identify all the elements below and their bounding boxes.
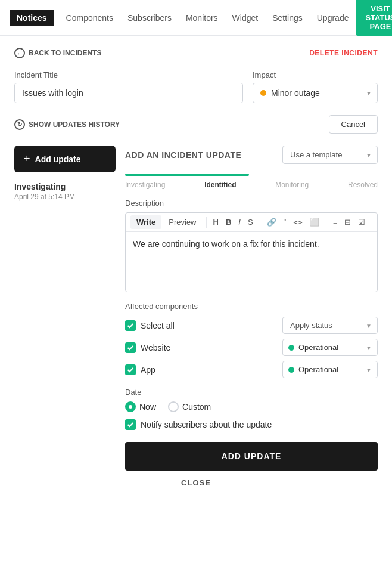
apply-status-wrapper: Apply status ▼ <box>282 317 378 334</box>
preview-tab[interactable]: Preview <box>163 215 202 229</box>
editor-wrapper: Write Preview H B I S 🔗 " <> ⬜ ≡ <box>125 212 378 292</box>
date-radio-row: Now Custom <box>125 401 378 412</box>
status-tabs: Investigating Identified Monitoring Reso… <box>125 174 378 189</box>
notify-checkmark-icon <box>127 421 134 428</box>
back-arrow-icon: ← <box>14 48 25 58</box>
app-status-select[interactable]: Operational <box>282 361 378 378</box>
close-row: CLOSE <box>14 471 378 494</box>
custom-label: Custom <box>182 402 211 412</box>
impact-select-wrapper: Minor outage ▼ <box>253 83 378 103</box>
progress-bar <box>125 174 249 176</box>
toolbar-task-btn[interactable]: ☑ <box>355 216 368 228</box>
app-component-row: App Operational ▼ <box>125 361 378 378</box>
left-panel: + Add update Investigating April 29 at 5… <box>14 146 116 471</box>
toolbar-divider-3 <box>326 217 326 228</box>
description-label: Description <box>125 199 378 208</box>
toolbar-divider <box>206 217 207 228</box>
plus-icon: + <box>24 153 30 165</box>
website-label: Website <box>141 343 170 352</box>
impact-select[interactable]: Minor outage <box>253 83 378 103</box>
history-icon: ↻ <box>14 119 25 130</box>
cancel-button[interactable]: Cancel <box>329 115 378 134</box>
nav-link-settings[interactable]: Settings <box>265 0 310 36</box>
date-section: Date Now Custom <box>125 388 378 412</box>
select-all-checkbox[interactable] <box>125 320 136 331</box>
write-tab[interactable]: Write <box>130 215 161 229</box>
update-entry: Investigating April 29 at 5:14 PM <box>14 182 116 201</box>
select-all-label: Select all <box>141 321 175 330</box>
now-radio-button[interactable] <box>125 401 136 412</box>
tabs-row: Investigating Identified Monitoring Reso… <box>125 181 378 189</box>
radio-now[interactable]: Now <box>125 401 156 412</box>
impact-label: Impact <box>253 70 378 79</box>
tab-resolved[interactable]: Resolved <box>348 181 378 189</box>
description-section: Description Write Preview H B I S 🔗 " <> <box>125 199 378 292</box>
add-update-submit-button[interactable]: ADD UPDATE <box>125 442 378 471</box>
nav-link-subscribers[interactable]: Subscribers <box>120 0 179 36</box>
toolbar-italic-btn[interactable]: I <box>235 216 244 228</box>
nav-brand[interactable]: Notices <box>10 10 54 26</box>
website-component-row: Website Operational ▼ <box>125 339 378 356</box>
apply-status-select[interactable]: Apply status <box>282 317 378 334</box>
back-to-incidents-button[interactable]: ← BACK TO INCIDENTS <box>14 48 101 58</box>
toolbar-bold-btn[interactable]: B <box>223 216 234 228</box>
toolbar-link-btn[interactable]: 🔗 <box>264 216 279 228</box>
website-checkmark-icon <box>127 344 134 351</box>
app-checkbox[interactable] <box>125 364 136 375</box>
nav-link-widget[interactable]: Widget <box>225 0 266 36</box>
website-status-select[interactable]: Operational <box>282 339 378 356</box>
template-select[interactable]: Use a template <box>282 146 378 164</box>
affected-components-section: Affected components Select all Apply sta… <box>125 302 378 378</box>
tab-investigating[interactable]: Investigating <box>125 181 165 189</box>
website-left: Website <box>125 342 170 353</box>
custom-radio-button[interactable] <box>168 401 179 412</box>
tab-identified[interactable]: Identified <box>204 181 236 189</box>
nav-link-upgrade[interactable]: Upgrade <box>310 0 356 36</box>
impact-field: Impact Minor outage ▼ <box>253 70 378 103</box>
template-select-wrapper: Use a template ▼ <box>282 146 378 164</box>
back-label: BACK TO INCIDENTS <box>29 49 101 57</box>
notify-row: Notify subscribers about the update <box>125 419 378 430</box>
date-label: Date <box>125 388 378 397</box>
history-label: SHOW UPDATES HISTORY <box>29 120 120 129</box>
select-all-row: Select all Apply status ▼ <box>125 317 378 334</box>
right-header: ADD AN INCIDENT UPDATE Use a template ▼ <box>125 146 378 164</box>
toolbar-image-btn[interactable]: ⬜ <box>307 216 322 228</box>
update-date: April 29 at 5:14 PM <box>14 193 116 201</box>
notify-checkbox[interactable] <box>125 419 136 430</box>
history-row: ↻ SHOW UPDATES HISTORY Cancel <box>14 115 378 134</box>
app-label: App <box>141 365 155 375</box>
toolbar-strikethrough-btn[interactable]: S <box>245 216 256 228</box>
toolbar-code-btn[interactable]: <> <box>290 216 306 228</box>
main-content: ← BACK TO INCIDENTS DELETE INCIDENT Inci… <box>0 36 392 506</box>
toolbar-ul-btn[interactable]: ≡ <box>330 216 341 228</box>
website-checkbox[interactable] <box>125 342 136 353</box>
radio-custom[interactable]: Custom <box>168 401 211 412</box>
editor-content[interactable]: We are continuing to work on a fix for t… <box>126 232 377 292</box>
close-button[interactable]: CLOSE <box>181 478 211 487</box>
app-status-wrapper: Operational ▼ <box>282 361 378 378</box>
incident-update-title: ADD AN INCIDENT UPDATE <box>125 150 241 160</box>
incident-title-input[interactable] <box>14 83 243 103</box>
app-left: App <box>125 364 155 375</box>
back-row: ← BACK TO INCIDENTS DELETE INCIDENT <box>14 48 378 58</box>
toolbar-ol-btn[interactable]: ⊟ <box>341 216 354 228</box>
now-label: Now <box>139 402 156 412</box>
nav-link-components[interactable]: Components <box>59 0 120 36</box>
add-update-button[interactable]: + Add update <box>14 146 116 172</box>
affected-label: Affected components <box>125 302 378 311</box>
update-status: Investigating <box>14 182 116 191</box>
notify-label: Notify subscribers about the update <box>141 420 272 429</box>
toolbar-heading-btn[interactable]: H <box>210 216 222 228</box>
delete-incident-button[interactable]: DELETE INCIDENT <box>309 49 378 57</box>
toolbar-quote-btn[interactable]: " <box>281 216 290 228</box>
app-checkmark-icon <box>127 366 134 373</box>
select-all-left: Select all <box>125 320 175 331</box>
impact-dot <box>260 90 266 96</box>
visit-status-page-button[interactable]: VISIT STATUS PAGE <box>356 0 392 36</box>
right-panel: ADD AN INCIDENT UPDATE Use a template ▼ … <box>125 146 378 471</box>
tab-monitoring[interactable]: Monitoring <box>275 181 309 189</box>
nav-link-monitors[interactable]: Monitors <box>179 0 225 36</box>
show-history-button[interactable]: ↻ SHOW UPDATES HISTORY <box>14 119 120 130</box>
website-status-wrapper: Operational ▼ <box>282 339 378 356</box>
